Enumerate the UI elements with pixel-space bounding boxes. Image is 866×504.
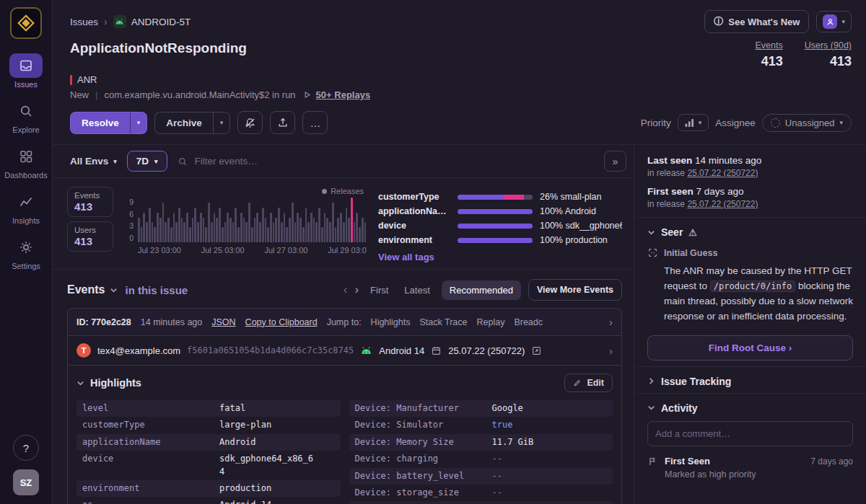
chart-bar	[364, 222, 367, 242]
avatar[interactable]: SZ	[13, 469, 39, 495]
table-row: osAndroid 14	[76, 497, 341, 504]
scroll-right-icon[interactable]: ›	[609, 345, 613, 357]
tag-row: device100% sdk__gphone64…	[378, 221, 622, 231]
chart-bar	[194, 208, 196, 242]
copy-to-clipboard-link[interactable]: Copy to Clipboard	[245, 317, 318, 327]
user-icon	[823, 14, 837, 29]
recommended-event-button[interactable]: Recommended	[442, 280, 521, 300]
tag-bar-segment	[458, 224, 533, 229]
tag-bar[interactable]	[458, 195, 533, 200]
chevron-down-icon: ▾	[113, 158, 117, 165]
jump-stack-trace-link[interactable]: Stack Trace	[420, 317, 468, 327]
mute-button[interactable]	[237, 111, 263, 134]
issue-stats: Events 413 Users (90d) 413	[755, 40, 852, 69]
release-prefix: in release	[647, 168, 685, 178]
users-stat-label[interactable]: Users (90d)	[805, 40, 852, 50]
replays-link[interactable]: 50+ Replays	[302, 89, 371, 100]
events-section-title[interactable]: Events	[67, 283, 118, 296]
breadcrumb-issues-link[interactable]: Issues	[70, 17, 98, 27]
chart-bar	[289, 218, 291, 242]
share-button[interactable]	[270, 111, 295, 134]
chart-bar	[211, 222, 213, 242]
nav-item-explore[interactable]: Explore	[9, 99, 43, 134]
scroll-right-icon[interactable]: ›	[609, 316, 613, 328]
event-timestamp: 14 minutes ago	[141, 317, 202, 327]
first-event-button[interactable]: First	[366, 281, 393, 299]
issue-tracking-title: Issue Tracking	[661, 376, 731, 387]
release-link[interactable]: 25.07.22 (250722)	[687, 168, 758, 178]
events-count-box[interactable]: Events 413	[67, 187, 113, 217]
tag-label: 100% Android	[540, 206, 622, 216]
activity-section-header[interactable]: Activity	[647, 402, 853, 414]
table-row: Device: Memory Size11.7 GiB	[349, 434, 613, 451]
users-count-box[interactable]: Users 413	[67, 221, 113, 252]
chart-bar-highlight	[351, 198, 353, 242]
android-project-icon	[113, 15, 126, 28]
json-link[interactable]: JSON	[211, 317, 235, 327]
chart-bar	[332, 203, 334, 242]
more-button[interactable]: …	[302, 111, 328, 134]
previous-event-button[interactable]: ‹	[344, 283, 348, 297]
event-user-row: T tex4@example.com f5601a0651054b1da4d06…	[68, 336, 621, 366]
comment-input[interactable]	[647, 421, 853, 446]
expand-icon[interactable]	[531, 345, 542, 356]
kv-value: production	[219, 482, 315, 495]
events-box-label: Events	[74, 191, 106, 200]
jump-highlights-link[interactable]: Highlights	[371, 317, 411, 327]
assignee-button[interactable]: Unassigned ▾	[762, 114, 852, 132]
whats-new-button[interactable]: ⓘ See What's New	[704, 10, 809, 33]
environment-filter[interactable]: All Envs ▾	[70, 156, 117, 167]
jump-replay-link[interactable]: Replay	[477, 317, 505, 327]
nav-item-issues[interactable]: Issues	[9, 53, 43, 89]
resolve-button[interactable]: Resolve ▾	[70, 112, 147, 134]
tag-name: customerType	[378, 192, 450, 202]
chart-bar	[165, 222, 167, 242]
issue-subline: New | com.example.vu.android.MainActivit…	[70, 89, 852, 100]
edit-highlights-button[interactable]: Edit	[564, 373, 613, 392]
next-event-button[interactable]: ›	[354, 283, 359, 297]
user-menu-button[interactable]: ▾	[816, 11, 852, 32]
chevron-down-icon: ▾	[154, 158, 158, 165]
highlights-title: Highlights	[90, 377, 141, 389]
collapse-sidebar-button[interactable]: »	[604, 151, 626, 172]
release-link[interactable]: 25.07.22 (250722)	[687, 199, 758, 209]
activity-item-time: 7 days ago	[810, 456, 853, 467]
find-root-cause-button[interactable]: Find Root Cause ›	[647, 335, 853, 361]
archive-label[interactable]: Archive	[154, 112, 213, 134]
tag-bar[interactable]	[458, 224, 533, 229]
archive-button[interactable]: Archive ▾	[154, 112, 230, 134]
chart-bar	[254, 218, 256, 242]
resolve-label[interactable]: Resolve	[70, 112, 130, 134]
nav-label: Issues	[14, 80, 38, 89]
events-stat-label[interactable]: Events	[755, 40, 782, 50]
date-range-filter[interactable]: 7D ▾	[127, 151, 167, 172]
breadcrumb-project[interactable]: ANDROID-5T	[113, 15, 191, 28]
search-input[interactable]	[193, 155, 594, 167]
archive-dropdown[interactable]: ▾	[213, 112, 231, 134]
view-all-tags-link[interactable]: View all tags	[378, 252, 434, 262]
chart-bar	[143, 213, 145, 242]
chevron-down-icon[interactable]	[76, 379, 84, 387]
issue-tracking-header[interactable]: Issue Tracking	[647, 376, 853, 387]
view-more-events-button[interactable]: View More Events	[528, 279, 622, 301]
release-prefix: in release	[647, 199, 685, 209]
jump-breadcrumbs-link[interactable]: Breadc	[514, 317, 543, 327]
level-indicator	[70, 75, 72, 85]
priority-button[interactable]: ▾	[678, 114, 709, 131]
latest-event-button[interactable]: Latest	[400, 281, 434, 299]
tag-label: 100% production	[540, 235, 622, 245]
tag-bar[interactable]	[458, 238, 533, 243]
resolve-dropdown[interactable]: ▾	[130, 112, 148, 134]
help-button[interactable]: ?	[13, 435, 39, 461]
nav-item-insights[interactable]: Insights	[9, 190, 43, 225]
nav-item-dashboards[interactable]: Dashboards	[4, 144, 47, 180]
kv-value: large-plan	[219, 419, 315, 431]
sentry-logo[interactable]	[10, 7, 42, 39]
chart-bar	[273, 222, 275, 242]
nav-item-settings[interactable]: Settings	[9, 235, 43, 270]
tag-bar[interactable]	[458, 209, 533, 214]
tag-bar-segment	[504, 195, 523, 200]
seer-section-header[interactable]: Seer ⚠	[647, 226, 853, 238]
tag-row: customerType26% small-plan	[378, 192, 622, 202]
kv-key: Device: Manufacturer	[355, 402, 492, 415]
